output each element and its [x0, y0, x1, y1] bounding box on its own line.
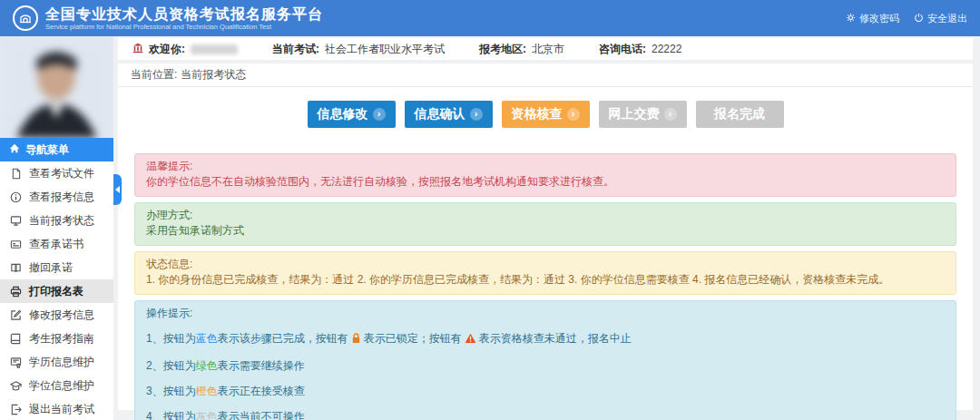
home-icon: [9, 143, 20, 157]
exit-icon: [9, 404, 23, 415]
step-info-modify-button[interactable]: 信息修改 ›: [308, 101, 396, 128]
sidebar-item-withdraw-commitment[interactable]: 撤回承诺: [0, 256, 113, 279]
line-text: 按钮为: [163, 410, 196, 420]
breadcrumb-label: 当前位置:: [131, 67, 177, 83]
guide-icon: [9, 333, 23, 345]
logout-label: 安全退出: [927, 12, 967, 25]
platform-subtitle: Service platform for National Profession…: [45, 23, 323, 31]
line-text: 按钮为: [163, 385, 196, 397]
sidebar-item-label: 撤回承诺: [29, 260, 73, 276]
phone-label: 咨询电话:: [599, 42, 646, 57]
operation-tips-alert: 操作提示: 1、按钮为蓝色表示该步骤已完成，按钮有表示已锁定；按钮有表示资格核查…: [134, 300, 956, 420]
sidebar-item-registration-info[interactable]: 查看报考信息: [0, 185, 113, 209]
chevron-left-icon: [115, 186, 120, 193]
step-online-payment-button[interactable]: 网上交费 ›: [599, 101, 687, 128]
graduation-icon: [9, 380, 23, 392]
alert-body: 1. 你的身份信息已完成核查，结果为：通过 2. 你的学历信息已完成核查，结果为…: [146, 273, 889, 286]
operation-tip-line-4: 4、按钮为灰色表示当前不可操作: [146, 409, 945, 420]
sidebar-item-label: 查看承诺书: [29, 237, 83, 252]
breadcrumb-value: 当前报考状态: [181, 67, 246, 83]
edit-icon: [9, 309, 23, 321]
sidebar-collapse-toggle[interactable]: [113, 174, 122, 205]
id-photo: [0, 36, 113, 138]
sidebar-item-candidate-guide[interactable]: 考生报考指南: [0, 327, 113, 350]
line-text: 表示当前不可操作: [218, 410, 305, 420]
sidebar-item-label: 修改报考信息: [29, 308, 94, 323]
exam-label: 当前考试:: [272, 42, 319, 57]
sidebar-menu-header-label: 导航菜单: [25, 142, 69, 158]
alert-title: 办理方式:: [146, 208, 945, 223]
brand: 全国专业技术人员资格考试报名服务平台 Service platform for …: [13, 5, 323, 31]
sidebar-item-label: 当前报考状态: [29, 213, 94, 229]
line-text: 表示该步骤已完成，按钮有: [218, 332, 348, 345]
welcome-bar: 欢迎你: 当前考试: 社会工作者职业水平考试 报考地区: 北京市 咨询电话: 2…: [118, 38, 973, 60]
brand-text: 全国专业技术人员资格考试报名服务平台 Service platform for …: [45, 6, 323, 31]
sidebar-item-degree-info[interactable]: 学位信息维护: [0, 374, 113, 397]
sidebar-item-commitment-letter[interactable]: 查看承诺书: [0, 232, 113, 256]
sidebar-menu-header: 导航菜单: [0, 138, 113, 161]
logout-link[interactable]: 安全退出: [914, 12, 967, 25]
color-word-orange: 橙色: [196, 385, 218, 397]
printer-icon: [9, 286, 23, 298]
content-card: 当前位置: 当前报考状态 信息修改 › 信息确认 › 资格核查 › 网上交费: [118, 63, 973, 410]
chevron-circle-icon: ›: [373, 108, 386, 121]
color-word-blue: 蓝色: [196, 332, 218, 345]
alert-title: 温馨提示:: [146, 159, 945, 174]
line-text: 表示资格核查未通过，报名中止: [479, 332, 632, 345]
region-label: 报考地区:: [479, 42, 526, 57]
step-registration-complete-button[interactable]: 报名完成: [696, 101, 784, 128]
top-header: 全国专业技术人员资格考试报名服务平台 Service platform for …: [0, 0, 980, 36]
line-text: 表示已锁定；按钮有: [364, 332, 462, 345]
alert-body: 采用告知承诺制方式: [146, 224, 244, 237]
warning-icon: [465, 333, 476, 348]
line-text: 按钮为: [163, 332, 196, 345]
breadcrumb: 当前位置: 当前报考状态: [118, 63, 973, 87]
platform-logo-icon: [13, 5, 38, 31]
handling-method-alert: 办理方式: 采用告知承诺制方式: [134, 202, 956, 246]
sidebar-item-label: 学位信息维护: [29, 378, 94, 394]
app-window: 全国专业技术人员资格考试报名服务平台 Service platform for …: [0, 0, 980, 420]
platform-title: 全国专业技术人员资格考试报名服务平台: [45, 6, 323, 23]
line-number: 2、: [146, 359, 163, 372]
line-text: 表示正在接受核查: [218, 385, 305, 397]
sidebar-item-label: 打印报名表: [29, 284, 83, 299]
sidebar-item-exam-files[interactable]: 查看考试文件: [0, 161, 113, 185]
info-icon: [9, 191, 23, 203]
user-name-redacted: [191, 44, 238, 54]
alert-body: 你的学位信息不在自动核验范围内，无法进行自动核验，按照报名地考试机构通知要求进行…: [146, 175, 614, 188]
color-word-gray: 灰色: [196, 410, 218, 420]
chevron-circle-icon: ›: [664, 108, 677, 121]
sidebar-item-print-form[interactable]: 打印报名表: [0, 279, 113, 303]
lock-icon: [351, 333, 361, 348]
step-label: 报名完成: [714, 106, 765, 122]
sidebar-item-modify-info[interactable]: 修改报考信息: [0, 303, 113, 327]
step-qualification-check-button[interactable]: 资格核查 ›: [502, 101, 590, 128]
building-icon: [132, 43, 143, 56]
header-actions: 修改密码 安全退出: [846, 12, 967, 25]
sidebar-item-current-status[interactable]: 当前报考状态: [0, 209, 113, 232]
file-icon: [9, 168, 23, 180]
chevron-circle-icon: ›: [470, 108, 483, 121]
status-info-alert: 状态信息: 1. 你的身份信息已完成核查，结果为：通过 2. 你的学历信息已完成…: [134, 251, 956, 295]
change-password-link[interactable]: 修改密码: [846, 12, 899, 25]
exam-value: 社会工作者职业水平考试: [325, 42, 445, 57]
sidebar-item-label: 退出当前考试: [29, 402, 94, 417]
line-number: 1、: [146, 332, 163, 345]
sidebar-item-label: 查看考试文件: [29, 166, 94, 181]
sidebar-item-exit-exam[interactable]: 退出当前考试: [0, 397, 113, 420]
phone-value: 22222: [652, 43, 681, 55]
greeting-label: 欢迎你:: [149, 42, 185, 57]
step-info-confirm-button[interactable]: 信息确认 ›: [405, 101, 493, 128]
sidebar: 导航菜单 查看考试文件 查看报考信息 当: [0, 36, 113, 420]
book-icon: [9, 262, 23, 274]
monitor-icon: [9, 215, 23, 227]
line-text: 按钮为: [163, 359, 196, 372]
alert-title: 操作提示:: [146, 306, 945, 321]
step-label: 网上交费: [609, 106, 660, 122]
step-label: 信息确认: [415, 106, 466, 122]
line-text: 表示需要继续操作: [218, 359, 305, 372]
gear-icon: [846, 13, 856, 24]
region-value: 北京市: [532, 42, 564, 57]
sidebar-item-education-info[interactable]: 学历信息维护: [0, 350, 113, 374]
step-label: 资格核查: [512, 106, 563, 122]
